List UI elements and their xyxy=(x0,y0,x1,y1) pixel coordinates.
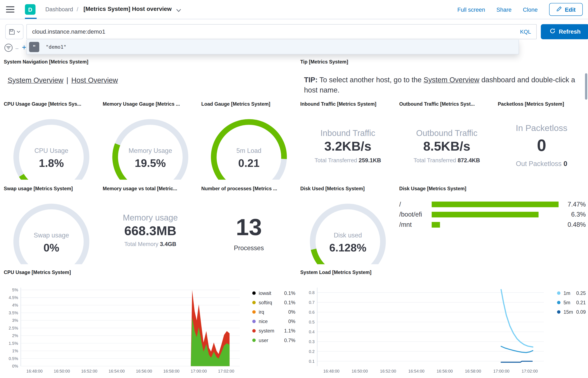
svg-text:0.2: 0.2 xyxy=(309,349,315,354)
sub-value: 872.4KB xyxy=(458,157,480,163)
svg-text:3%: 3% xyxy=(12,318,18,323)
svg-text:0.4: 0.4 xyxy=(309,330,315,334)
panel-disk-usage: Disk Usage [Metrics System] /7.47%/boot/… xyxy=(399,186,586,267)
cpu-usage-gauge: CPU Usage 1.8% xyxy=(10,115,93,180)
bar-value[interactable] xyxy=(432,222,440,228)
legend-dot xyxy=(252,301,256,304)
memory-usage-gauge: Memory Usage 19.5% xyxy=(109,115,192,180)
space-avatar[interactable]: D xyxy=(25,4,36,15)
chevron-down-icon[interactable] xyxy=(176,7,181,14)
legend-dot xyxy=(557,301,561,304)
kibana-dashboard: D Dashboard / [Metrics System] Host over… xyxy=(0,0,588,378)
legend-item[interactable]: irq0% xyxy=(252,307,295,317)
panel-title[interactable]: CPU Usage [Metrics System] xyxy=(4,270,297,275)
refresh-button[interactable]: Refresh xyxy=(541,24,588,39)
metric-label: In Packetloss xyxy=(498,123,585,133)
metric-label: Inbound Traffic xyxy=(300,128,395,138)
panel-title[interactable]: System Load [Metrics System] xyxy=(300,270,587,275)
bar-track xyxy=(432,202,559,207)
navigation-links: System Overview|Host Overview xyxy=(8,76,118,85)
panel-title[interactable]: Tip [Metrics System] xyxy=(300,59,586,65)
query-language-switcher[interactable]: KQL xyxy=(515,29,536,35)
saved-query-button[interactable] xyxy=(5,24,23,39)
panel-title[interactable]: Load Gauge [Metrics System] xyxy=(201,101,296,107)
svg-text:17:00:00: 17:00:00 xyxy=(493,369,509,373)
panel-title[interactable]: Packetloss [Metrics System] xyxy=(498,101,585,107)
metric-subtext: Total Transferred 259.1KB xyxy=(300,157,395,163)
percent-value: 6.3% xyxy=(559,211,586,218)
menu-icon[interactable] xyxy=(5,5,15,14)
legend-dot xyxy=(557,291,561,295)
legend-item[interactable]: system1.1% xyxy=(252,326,295,336)
panel-title[interactable]: System Navigation [Metrics System] xyxy=(4,59,291,65)
svg-text:16:58:00: 16:58:00 xyxy=(164,369,179,373)
legend-label: 5m xyxy=(563,300,571,305)
metric-value: 3.2KB/s xyxy=(300,139,395,153)
query-suggestion-item[interactable]: " "demo1" xyxy=(27,40,519,54)
bar-value[interactable] xyxy=(432,202,559,207)
svg-text:16:56:00: 16:56:00 xyxy=(136,369,152,373)
svg-text:17:02:00: 17:02:00 xyxy=(218,369,234,373)
svg-text:17:00:00: 17:00:00 xyxy=(191,369,207,373)
panel-title[interactable]: Outbound Traffic [Metrics Syst... xyxy=(399,101,494,107)
link-system-overview[interactable]: System Overview xyxy=(8,76,63,84)
svg-text:0.6: 0.6 xyxy=(309,310,315,314)
legend-item[interactable]: softirq0.1% xyxy=(252,298,295,307)
legend-item[interactable]: nice0% xyxy=(252,317,295,326)
svg-text:5%: 5% xyxy=(12,288,18,292)
panel-system-navigation: System Navigation [Metrics System] Syste… xyxy=(4,59,291,97)
mount-point-label: /mnt xyxy=(399,221,432,229)
page-title[interactable]: [Metrics System] Host overview xyxy=(83,6,172,13)
panel-disk-used-gauge: Disk Used [Metrics System] Disk used 6.1… xyxy=(300,186,395,267)
metric-subtext: Total Transferred 872.4KB xyxy=(399,157,494,163)
disk-used-gauge: Disk used 6.128% xyxy=(306,199,389,264)
panel-title[interactable]: Number of processes [Metrics ... xyxy=(201,186,296,191)
disk-usage-bars: /7.47%/boot/efi6.3%/mnt0.48% xyxy=(399,199,586,230)
panel-system-load-chart: System Load [Metrics System] 0.80.70.60.… xyxy=(300,270,587,377)
legend-item[interactable]: 15m0.09 xyxy=(557,307,586,317)
legend-item[interactable]: iowait0.1% xyxy=(252,288,295,298)
add-filter-button[interactable]: + xyxy=(22,43,26,52)
panel-packetloss: Packetloss [Metrics System] In Packetlos… xyxy=(498,101,585,182)
filter-icon[interactable] xyxy=(4,43,13,54)
svg-text:0.5: 0.5 xyxy=(309,320,315,324)
panel-tip: Tip [Metrics System] TIP: To select anot… xyxy=(300,59,586,97)
loading-indicator xyxy=(25,18,37,19)
panel-title[interactable]: Swap usage [Metrics System] xyxy=(4,186,99,191)
panel-title[interactable]: Memory usage vs total [Metric... xyxy=(103,186,198,191)
percent-value: 0.48% xyxy=(559,221,586,229)
panel-memory-usage-gauge: Memory Usage Gauge [Metrics ... Memory U… xyxy=(103,101,198,182)
panel-title[interactable]: CPU Usage Gauge [Metrics Sys... xyxy=(4,101,99,107)
svg-text:0.3: 0.3 xyxy=(309,339,315,344)
panel-outbound-traffic: Outbound Traffic [Metrics Syst... Outbou… xyxy=(399,101,494,182)
svg-text:16:48:00: 16:48:00 xyxy=(26,369,42,373)
query-input[interactable] xyxy=(27,28,515,35)
panel-title[interactable]: Disk Usage [Metrics System] xyxy=(399,186,586,191)
svg-text:1%: 1% xyxy=(12,349,18,353)
panel-title[interactable]: Inbound Traffic [Metrics System] xyxy=(300,101,395,107)
swap-usage-gauge: Swap usage 0% xyxy=(10,199,93,264)
legend-item[interactable]: user0.7% xyxy=(252,336,295,345)
bar-value[interactable] xyxy=(432,212,539,217)
panel-title[interactable]: Disk Used [Metrics System] xyxy=(300,186,395,191)
link-system-overview[interactable]: System Overview xyxy=(424,76,479,84)
panel-title[interactable]: Memory Usage Gauge [Metrics ... xyxy=(103,101,198,107)
load-chart-legend: 1m0.255m0.2115m0.09 xyxy=(557,288,586,317)
link-host-overview[interactable]: Host Overview xyxy=(71,76,118,84)
share-button[interactable]: Share xyxy=(496,6,511,13)
legend-item[interactable]: 1m0.25 xyxy=(557,288,586,298)
panel-memory-usage-vs-total: Memory usage vs total [Metric... Memory … xyxy=(103,186,198,267)
full-screen-button[interactable]: Full screen xyxy=(457,6,485,13)
save-icon xyxy=(9,28,15,35)
edit-button[interactable]: Edit xyxy=(549,3,583,16)
sub-value: 259.1KB xyxy=(359,157,381,163)
svg-text:16:58:00: 16:58:00 xyxy=(465,369,481,373)
legend-value: 0.21 xyxy=(576,300,586,305)
cpu-chart-legend: iowait0.1%softirq0.1%irq0%nice0%system1.… xyxy=(252,288,295,345)
metric-value: 8.5KB/s xyxy=(399,139,494,153)
legend-item[interactable]: 5m0.21 xyxy=(557,298,586,307)
breadcrumb-dashboard[interactable]: Dashboard xyxy=(45,6,73,13)
panel-load-gauge: Load Gauge [Metrics System] 5m Load 0.21 xyxy=(201,101,296,182)
value-token-icon: " xyxy=(29,42,39,52)
clone-button[interactable]: Clone xyxy=(523,6,538,13)
